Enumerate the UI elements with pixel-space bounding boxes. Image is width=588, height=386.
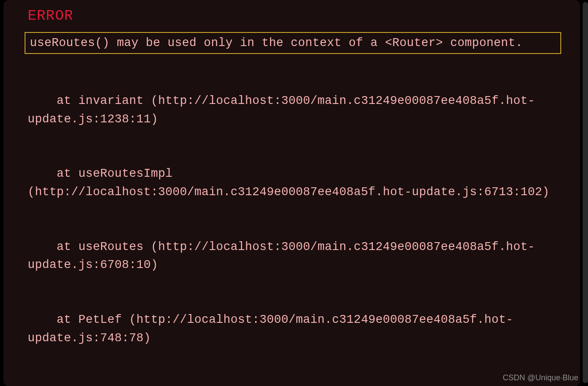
stack-line: at PetLef (http://localhost:3000/main.c3… bbox=[28, 311, 559, 347]
stack-line: at useRoutesImpl (http://localhost:3000/… bbox=[28, 165, 559, 201]
error-message-box: useRoutes() may be used only in the cont… bbox=[25, 32, 561, 54]
stack-trace: at invariant (http://localhost:3000/main… bbox=[4, 54, 580, 386]
scrollbar-track[interactable] bbox=[583, 2, 588, 383]
stack-line: at useRoutes (http://localhost:3000/main… bbox=[28, 238, 559, 275]
watermark: CSDN @Unique·Blue bbox=[503, 373, 578, 382]
stack-line: at renderWithHooks (http://localhost:300… bbox=[28, 384, 559, 386]
error-overlay: ERROR useRoutes() may be used only in th… bbox=[4, 0, 580, 386]
stack-line: at invariant (http://localhost:3000/main… bbox=[28, 92, 559, 129]
error-message: useRoutes() may be used only in the cont… bbox=[30, 36, 556, 50]
error-title: ERROR bbox=[4, 8, 580, 24]
